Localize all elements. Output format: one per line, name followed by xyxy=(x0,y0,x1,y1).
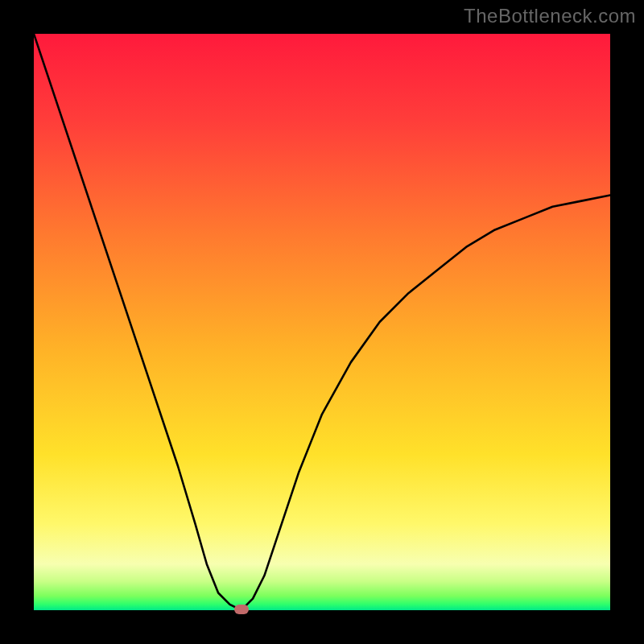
chart-outer: TheBottleneck.com xyxy=(0,0,644,644)
optimum-marker xyxy=(234,605,249,614)
plot-area xyxy=(34,34,610,610)
watermark-label: TheBottleneck.com xyxy=(464,5,636,27)
bottleneck-curve xyxy=(34,34,610,610)
